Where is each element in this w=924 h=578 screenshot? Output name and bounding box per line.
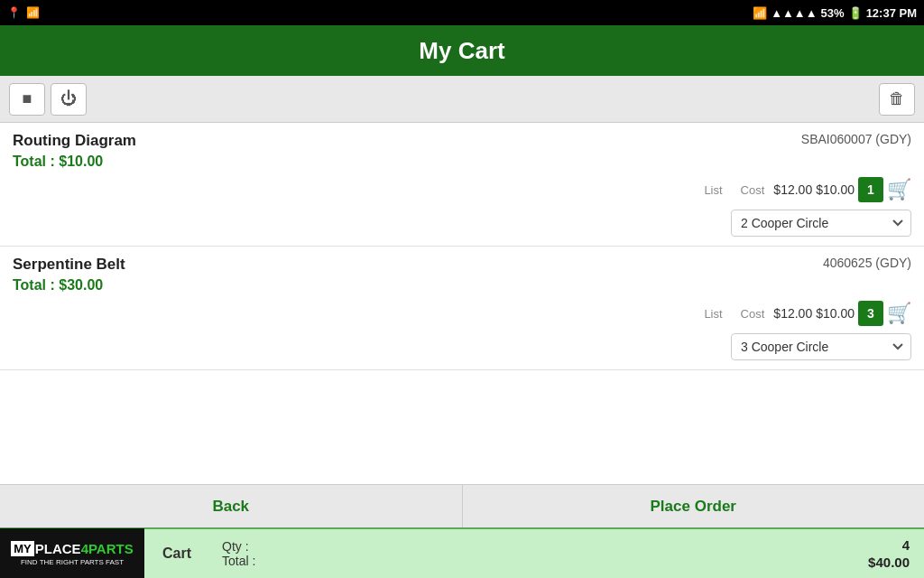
item-sku: 4060625 (GDY) (823, 256, 911, 270)
footer-total-value: $40.00 (868, 555, 910, 570)
item-name: Routing Diagram (13, 132, 136, 150)
item-price-row: List Cost $12.00 $10.00 1 🛒 (13, 177, 911, 202)
logo-top: MY PLACE 4PARTS (11, 541, 133, 556)
toolbar: ■ ⏻ 🗑 (0, 76, 924, 123)
footer-qty-value: 4 (902, 537, 910, 553)
logo-place: PLACE (35, 541, 81, 556)
status-right: 📶 ▲▲▲▲ 53% 🔋 12:37 PM (753, 6, 917, 20)
signal-icon: ▲▲▲▲ (771, 6, 817, 20)
footer-total-label: Total : (222, 554, 855, 568)
clock: 12:37 PM (866, 6, 917, 20)
logo-tagline: FIND THE RIGHT PARTS FAST (21, 558, 124, 566)
back-button[interactable]: Back (0, 485, 463, 527)
footer-qty-label: Qty : (222, 539, 855, 554)
location-select-row: 2 Cooper Circle (13, 210, 911, 237)
battery-icon: 🔋 (848, 6, 863, 20)
item-total: Total : $10.00 (13, 154, 911, 170)
logo-4parts: 4PARTS (81, 541, 134, 556)
price-labels: List Cost (704, 307, 764, 321)
footer-right: 4 $40.00 (868, 537, 924, 570)
wifi-icon: 📶 (753, 6, 767, 20)
cart-item-header: Routing Diagram SBAI060007 (GDY) (13, 132, 911, 150)
delete-button[interactable]: 🗑 (879, 83, 915, 116)
logo-my: MY (11, 541, 34, 556)
cost-price: $10.00 (816, 306, 855, 321)
list-price: $12.00 (773, 306, 812, 321)
toolbar-right-actions: 🗑 (879, 83, 915, 116)
list-label: List (704, 183, 722, 197)
item-price-row: List Cost $12.00 $10.00 3 🛒 (13, 301, 911, 326)
quantity-badge: 1 (858, 177, 883, 202)
price-labels: List Cost (704, 183, 764, 197)
location-select-row: 3 Cooper Circle (13, 333, 911, 360)
footer-info: Qty : Total : (209, 536, 868, 572)
footer-cart-label: Cart (144, 545, 209, 562)
battery-level: 53% (821, 6, 845, 20)
add-to-cart-icon[interactable]: 🛒 (887, 178, 911, 201)
location-icon: 📍 (7, 6, 21, 19)
list-label: List (704, 307, 722, 321)
price-values: $12.00 $10.00 3 🛒 (773, 301, 911, 326)
list-price: $12.00 (773, 182, 812, 197)
place-order-button[interactable]: Place Order (463, 485, 925, 527)
item-name: Serpentine Belt (13, 256, 125, 274)
item-sku: SBAI060007 (GDY) (801, 132, 911, 146)
app-header: My Cart (0, 25, 924, 76)
toolbar-left-actions: ■ ⏻ (9, 83, 87, 116)
footer-bar: MY PLACE 4PARTS FIND THE RIGHT PARTS FAS… (0, 527, 924, 578)
cost-label: Cost (741, 183, 765, 197)
cart-item: Serpentine Belt 4060625 (GDY) Total : $3… (0, 247, 924, 370)
page-title: My Cart (419, 37, 504, 65)
quantity-badge: 3 (858, 301, 883, 326)
price-values: $12.00 $10.00 1 🛒 (773, 177, 911, 202)
trash-icon: 🗑 (889, 89, 905, 108)
app-logo: MY PLACE 4PARTS FIND THE RIGHT PARTS FAS… (0, 528, 144, 578)
cost-label: Cost (741, 307, 765, 321)
add-to-cart-icon[interactable]: 🛒 (887, 302, 911, 325)
status-bar: 📍 📶 📶 ▲▲▲▲ 53% 🔋 12:37 PM (0, 0, 924, 25)
status-left: 📍 📶 (7, 6, 40, 19)
location-select[interactable]: 3 Cooper Circle (731, 333, 911, 360)
cart-content: Routing Diagram SBAI060007 (GDY) Total :… (0, 123, 924, 484)
cart-item: Routing Diagram SBAI060007 (GDY) Total :… (0, 123, 924, 247)
cost-price: $10.00 (816, 182, 855, 197)
stop-icon: ■ (23, 89, 32, 108)
action-buttons: Back Place Order (0, 484, 924, 527)
stop-button[interactable]: ■ (9, 83, 45, 116)
cart-item-header: Serpentine Belt 4060625 (GDY) (13, 256, 911, 274)
sim-icon: 📶 (26, 6, 40, 19)
power-icon: ⏻ (60, 89, 77, 108)
location-select[interactable]: 2 Cooper Circle (731, 210, 911, 237)
power-button[interactable]: ⏻ (51, 83, 87, 116)
item-total: Total : $30.00 (13, 277, 911, 294)
